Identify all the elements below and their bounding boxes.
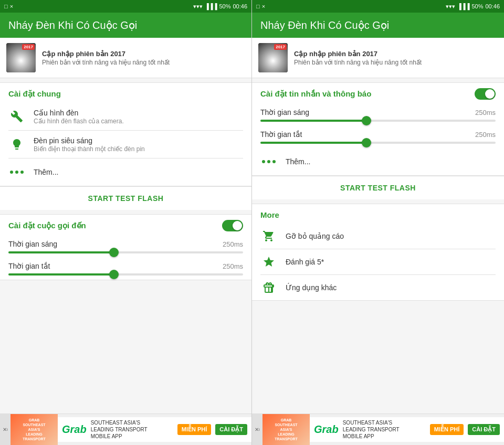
close-icon: × bbox=[10, 3, 13, 9]
signal-icon-right: ▐▐▐ bbox=[457, 3, 469, 9]
time-label-right: 00:46 bbox=[485, 3, 500, 9]
slider-off-label-row-right: Thời gian tắt 250ms bbox=[260, 130, 496, 139]
ad-close-right[interactable]: ✕i bbox=[252, 414, 262, 446]
ad-content-right: Grab SOUTHEAST ASIA'SLEADING TRANSPORTMO… bbox=[310, 417, 504, 442]
app-header-left: Nháy Đèn Khi Có Cuộc Gọi bbox=[0, 13, 251, 38]
gift-icon bbox=[260, 280, 277, 295]
grab-logo-left[interactable]: Grab bbox=[62, 423, 87, 436]
slider-bright-right: Thời gian sáng 250ms bbox=[252, 104, 504, 126]
slider-off-thumb-right[interactable] bbox=[362, 138, 371, 147]
slider-off-track-left[interactable] bbox=[8, 273, 243, 276]
cart-icon bbox=[260, 229, 277, 243]
message-settings-toggle[interactable] bbox=[475, 88, 496, 100]
dots-icon-general bbox=[8, 164, 25, 181]
ad-free-btn-left[interactable]: MIỄN PHÍ bbox=[177, 424, 212, 435]
update-banner-right[interactable]: 2017 Cập nhập phiên bản 2017 Phiên bản v… bbox=[252, 38, 504, 78]
call-settings-section: Cài đặt cuộc gọi đến Thời gian sáng 250m… bbox=[0, 214, 251, 280]
update-text-right: Cập nhập phiên bản 2017 Phiên bản với tí… bbox=[294, 50, 498, 66]
ad-content-left: Grab SOUTHEAST ASIA'SLEADING TRANSPORTMO… bbox=[58, 417, 251, 442]
grab-logo-right[interactable]: Grab bbox=[314, 423, 339, 436]
slider-bright-left: Thời gian sáng 250ms bbox=[0, 236, 251, 258]
dot-3 bbox=[20, 171, 24, 174]
slider-off-fill-left bbox=[8, 273, 114, 276]
ad-close-left[interactable]: ✕i bbox=[0, 414, 10, 446]
dot-1 bbox=[10, 171, 13, 174]
slider-bright-label-row-left: Thời gian sáng 250ms bbox=[8, 240, 243, 248]
slider-off-value-right: 250ms bbox=[475, 131, 496, 139]
status-right-info: ▾▾▾ ▐▐▐ 50% 00:46 bbox=[193, 3, 247, 10]
menu-item-remove-ads[interactable]: Gỡ bỏ quảng cáo bbox=[252, 224, 504, 249]
update-text-left: Cập nhập phiên bản 2017 Phiên bản với tí… bbox=[42, 50, 245, 66]
slider-bright-track-left[interactable] bbox=[8, 251, 243, 253]
ad-banner-right: ✕i GRABSOUTHEASTASIA'SLEADINGTRANSPORT G… bbox=[252, 414, 504, 445]
slider-bright-thumb-left[interactable] bbox=[109, 248, 119, 257]
status-bar-left: □ × ▾▾▾ ▐▐▐ 50% 00:46 bbox=[0, 0, 251, 13]
configure-flash-text: Cấu hình đèn Cấu hình đèn flash của came… bbox=[34, 109, 243, 125]
spacer-bottom-left bbox=[0, 280, 251, 284]
other-apps-text: Ứng dụng khác bbox=[286, 283, 496, 292]
signal-icon: ▐▐▐ bbox=[205, 3, 217, 9]
slider-off-track-right[interactable] bbox=[260, 142, 496, 144]
lamp-icon bbox=[8, 136, 25, 153]
slider-off-thumb-left[interactable] bbox=[109, 270, 119, 279]
dot-m2 bbox=[267, 160, 270, 163]
configure-flash-title: Cấu hình đèn bbox=[34, 109, 243, 117]
menu-item-rate[interactable]: Đánh giá 5* bbox=[252, 249, 504, 274]
panel-left-scroll[interactable]: 2017 Cập nhập phiên bản 2017 Phiên bản v… bbox=[0, 38, 251, 414]
slider-bright-label-left: Thời gian sáng bbox=[8, 240, 57, 248]
rate-title: Đánh giá 5* bbox=[286, 258, 496, 266]
wrench-icon bbox=[8, 108, 25, 125]
header-title-right: Nháy Đèn Khi Có Cuộc Gọi bbox=[260, 19, 389, 31]
ad-image-right: GRABSOUTHEASTASIA'SLEADINGTRANSPORT bbox=[262, 414, 310, 446]
dot-m1 bbox=[262, 160, 265, 163]
message-settings-title: Cài đặt tin nhắn và thông báo bbox=[260, 89, 371, 99]
update-subtitle-left: Phiên bản với tính năng và hiệu năng tốt… bbox=[42, 59, 245, 66]
update-title-left: Cập nhập phiên bản 2017 bbox=[42, 50, 245, 58]
dot-m3 bbox=[272, 160, 276, 163]
close-icon-right: × bbox=[262, 3, 265, 9]
ad-install-btn-right[interactable]: CÀI ĐẶT bbox=[468, 424, 500, 435]
menu-item-other-apps[interactable]: Ứng dụng khác bbox=[252, 275, 504, 300]
panel-left: □ × ▾▾▾ ▐▐▐ 50% 00:46 Nháy Đèn Khi Có Cu… bbox=[0, 0, 252, 445]
spacer-bottom-right bbox=[252, 301, 504, 305]
ad-install-btn-left[interactable]: CÀI ĐẶT bbox=[215, 424, 247, 435]
slider-bright-fill-left bbox=[8, 251, 114, 253]
ad-banner-left: ✕i GRABSOUTHEASTASIA'SLEADINGTRANSPORT G… bbox=[0, 414, 251, 445]
update-thumb-left: 2017 bbox=[6, 43, 36, 72]
update-thumb-right: 2017 bbox=[258, 43, 288, 72]
remove-ads-text: Gỡ bỏ quảng cáo bbox=[286, 232, 496, 240]
slider-off-label-row-left: Thời gian tắt 250ms bbox=[8, 262, 243, 270]
panel-right-scroll[interactable]: 2017 Cập nhập phiên bản 2017 Phiên bản v… bbox=[252, 38, 504, 414]
star-icon bbox=[260, 255, 277, 269]
slider-bright-track-right[interactable] bbox=[260, 120, 496, 122]
panel-right: □ × ▾▾▾ ▐▐▐ 50% 00:46 Nháy Đèn Khi Có Cu… bbox=[252, 0, 504, 445]
flashlight-text: Đèn pin siêu sáng Biến điện thoại thành … bbox=[34, 136, 243, 153]
ad-free-btn-right[interactable]: MIỄN PHÍ bbox=[430, 424, 464, 435]
menu-item-more-message[interactable]: Thêm... bbox=[252, 148, 504, 175]
slider-bright-label-right: Thời gian sáng bbox=[260, 108, 309, 116]
slider-bright-value-right: 250ms bbox=[475, 109, 496, 116]
more-section-title: More bbox=[252, 204, 504, 224]
message-settings-section: Cài đặt tin nhắn và thông báo Thời gian … bbox=[252, 82, 504, 176]
start-test-flash-btn-right[interactable]: START TEST FLASH bbox=[252, 176, 504, 199]
start-test-flash-btn-left[interactable]: START TEST FLASH bbox=[0, 186, 251, 210]
time-label: 00:46 bbox=[233, 3, 247, 9]
slider-bright-thumb-right[interactable] bbox=[362, 116, 371, 125]
general-settings-title: Cài đặt chung bbox=[0, 83, 251, 103]
menu-item-configure-flash[interactable]: Cấu hình đèn Cấu hình đèn flash của came… bbox=[0, 103, 251, 130]
status-left-icons: □ × bbox=[4, 3, 13, 9]
battery-label: 50% bbox=[219, 3, 230, 9]
menu-item-more-general[interactable]: Thêm... bbox=[0, 158, 251, 186]
more-message-text: Thêm... bbox=[286, 157, 496, 166]
configure-flash-subtitle: Cấu hình đèn flash của camera. bbox=[34, 118, 243, 125]
slider-off-label-right: Thời gian tắt bbox=[260, 130, 302, 139]
flashlight-subtitle: Biến điện thoại thành một chiếc đèn pin bbox=[34, 145, 243, 153]
update-banner-left[interactable]: 2017 Cập nhập phiên bản 2017 Phiên bản v… bbox=[0, 38, 251, 78]
wifi-icon: ▾▾▾ bbox=[193, 3, 203, 10]
more-general-text: Thêm... bbox=[34, 168, 243, 176]
call-settings-toggle[interactable] bbox=[222, 220, 243, 231]
menu-item-flashlight[interactable]: Đèn pin siêu sáng Biến điện thoại thành … bbox=[0, 131, 251, 158]
ad-tagline-left: SOUTHEAST ASIA'SLEADING TRANSPORTMOBILE … bbox=[91, 419, 173, 440]
slider-off-label-left: Thời gian tắt bbox=[8, 262, 50, 270]
battery-label-right: 50% bbox=[471, 3, 483, 9]
